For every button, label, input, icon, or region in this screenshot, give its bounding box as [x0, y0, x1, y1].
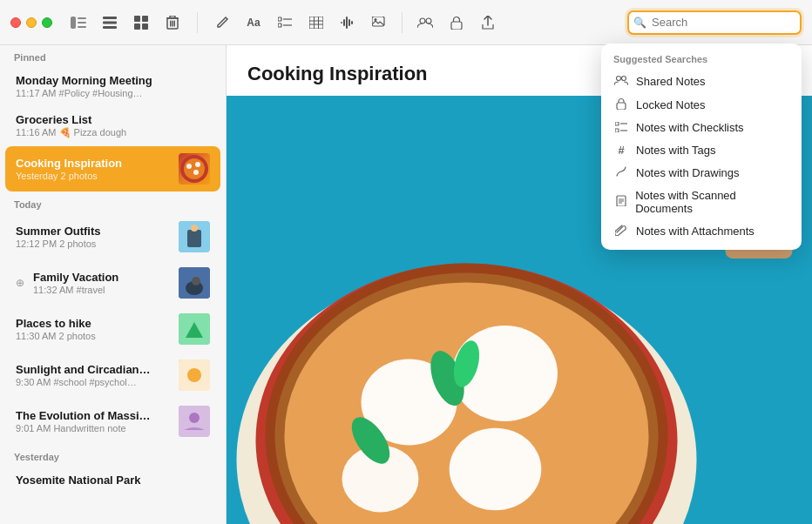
svg-rect-18	[278, 24, 281, 27]
search-container: 🔍 Suggested Searches Shared Notes	[627, 10, 802, 35]
svg-rect-35	[451, 22, 462, 30]
dropdown-item-drawings[interactable]: Notes with Drawings	[601, 161, 802, 185]
note-title: Yosemite National Park	[16, 474, 210, 487]
note-thumbnail	[179, 221, 210, 252]
svg-rect-9	[134, 24, 140, 30]
maximize-button[interactable]	[42, 17, 52, 28]
note-text: Monday Morning Meeting 11:17 AM #Policy …	[16, 74, 210, 98]
note-item-yosemite[interactable]: Yosemite National Park	[5, 467, 220, 494]
search-dropdown: Suggested Searches Shared Notes	[601, 44, 802, 250]
dropdown-item-label: Shared Notes	[636, 75, 706, 88]
tags-icon: #	[613, 144, 629, 157]
note-title: The Evolution of Massi…	[16, 409, 172, 422]
svg-point-60	[187, 368, 201, 382]
note-title: Groceries List	[16, 113, 210, 126]
dropdown-item-shared-notes[interactable]: Shared Notes	[601, 70, 802, 93]
note-meta: 12:12 PM 2 photos	[16, 238, 172, 249]
note-text: Places to hike 11:30 AM 2 photos	[16, 317, 172, 341]
svg-rect-13	[172, 20, 173, 26]
checklist-icon	[613, 121, 629, 135]
dropdown-item-scanned[interactable]: Notes with Scanned Documents	[601, 185, 802, 219]
dropdown-item-label: Notes with Tags	[636, 144, 716, 157]
svg-rect-21	[309, 17, 323, 29]
dropdown-item-attachments[interactable]: Notes with Attachments	[601, 219, 802, 243]
svg-rect-2	[78, 22, 86, 24]
svg-point-37	[622, 76, 626, 80]
svg-rect-53	[187, 230, 201, 247]
note-title: Places to hike	[16, 317, 172, 330]
minimize-button[interactable]	[26, 17, 37, 28]
delete-button[interactable]	[160, 10, 185, 35]
audio-button[interactable]	[335, 10, 360, 35]
svg-rect-16	[170, 16, 175, 18]
search-input[interactable]	[627, 10, 802, 35]
shared-notes-icon	[613, 74, 629, 89]
svg-point-57	[192, 277, 200, 286]
note-title: Sunlight and Circadian…	[16, 363, 172, 376]
note-text: Groceries List 11:16 AM 🍕 Pizza dough	[16, 113, 210, 138]
note-title: Summer Outfits	[16, 225, 172, 238]
list-view-button[interactable]	[98, 10, 122, 35]
attachments-icon	[613, 224, 629, 238]
svg-rect-7	[134, 16, 140, 22]
note-text: Yosemite National Park	[16, 474, 210, 487]
sidebar: Pinned Monday Morning Meeting 11:17 AM #…	[0, 45, 227, 524]
note-text: Cooking Inspiration Yesterday 2 photos	[16, 157, 172, 181]
note-item-sunlight[interactable]: Sunlight and Circadian… 9:30 AM #school …	[5, 353, 220, 398]
note-item-monday[interactable]: Monday Morning Meeting 11:17 AM #Policy …	[5, 67, 220, 105]
note-item-evolution[interactable]: The Evolution of Massi… 9:01 AM Handwrit…	[5, 399, 220, 444]
note-title: Cooking Inspiration	[16, 157, 172, 170]
dropdown-item-tags[interactable]: # Notes with Tags	[601, 139, 802, 161]
dropdown-item-label: Locked Notes	[636, 98, 706, 111]
media-button[interactable]	[367, 10, 391, 35]
svg-rect-17	[278, 17, 281, 21]
note-text: The Evolution of Massi… 9:01 AM Handwrit…	[16, 409, 172, 433]
note-item-summer[interactable]: Summer Outfits 12:12 PM 2 photos	[5, 214, 220, 259]
yesterday-section-label: Yesterday	[0, 445, 226, 466]
scanned-icon	[613, 194, 628, 209]
note-item-cooking[interactable]: Cooking Inspiration Yesterday 2 photos	[5, 146, 220, 191]
lock-button[interactable]	[444, 10, 469, 35]
note-thumbnail	[179, 153, 210, 185]
note-meta: 11:30 AM 2 photos	[16, 331, 172, 341]
dropdown-item-label: Notes with Attachments	[636, 225, 754, 238]
svg-rect-0	[71, 17, 76, 29]
table-button[interactable]	[304, 10, 328, 35]
svg-rect-8	[142, 16, 148, 22]
locked-notes-icon	[613, 97, 629, 112]
share-button[interactable]	[476, 10, 500, 35]
svg-rect-14	[174, 20, 176, 26]
svg-rect-4	[103, 17, 117, 19]
compose-button[interactable]	[210, 10, 234, 35]
svg-rect-5	[103, 21, 117, 24]
note-thumbnail	[179, 267, 210, 299]
dropdown-header: Suggested Searches	[601, 50, 802, 70]
note-meta: Yesterday 2 photos	[16, 171, 172, 181]
svg-point-33	[420, 18, 425, 24]
svg-rect-6	[103, 26, 117, 29]
dropdown-item-locked-notes[interactable]: Locked Notes	[601, 93, 802, 117]
dropdown-item-label: Notes with Checklists	[636, 121, 744, 134]
shared-icon: ⊕	[16, 277, 24, 289]
search-icon: 🔍	[633, 17, 646, 29]
note-title: Monday Morning Meeting	[16, 74, 210, 87]
svg-rect-31	[372, 17, 384, 26]
note-item-vacation[interactable]: ⊕ Family Vacation 11:32 AM #travel	[5, 260, 220, 306]
note-text: Sunlight and Circadian… 9:30 AM #school …	[16, 363, 172, 387]
traffic-lights	[10, 17, 52, 28]
format-button[interactable]: Aa	[241, 10, 266, 35]
checklist-button[interactable]	[273, 10, 297, 35]
gallery-view-button[interactable]	[129, 10, 153, 35]
sidebar-toggle-button[interactable]	[66, 10, 91, 35]
titlebar: Aa	[0, 0, 812, 45]
dropdown-item-checklists[interactable]: Notes with Checklists	[601, 117, 802, 139]
note-meta: 11:17 AM #Policy #Housing…	[16, 88, 210, 98]
note-item-groceries[interactable]: Groceries List 11:16 AM 🍕 Pizza dough	[5, 106, 220, 145]
svg-point-54	[191, 225, 198, 232]
note-text: Summer Outfits 12:12 PM 2 photos	[16, 225, 172, 249]
collaboration-button[interactable]	[413, 10, 437, 35]
close-button[interactable]	[10, 17, 21, 28]
svg-point-51	[193, 170, 199, 175]
svg-rect-10	[142, 24, 148, 30]
note-item-hike[interactable]: Places to hike 11:30 AM 2 photos	[5, 306, 220, 352]
